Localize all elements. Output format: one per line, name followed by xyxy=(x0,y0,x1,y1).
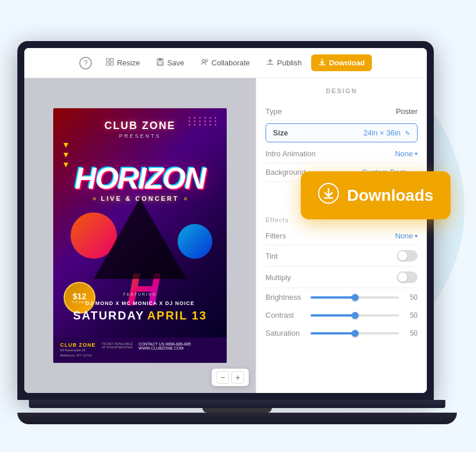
laptop: ? Resize xyxy=(17,41,457,435)
collaborate-button[interactable]: Collaborate xyxy=(194,54,257,71)
save-button[interactable]: Save xyxy=(149,54,191,71)
footer-address: 69 Newcastle Dr.Bellimore, NY 11710 xyxy=(60,348,96,358)
panel-contrast-row: Contrast 50 xyxy=(265,306,418,324)
screen-bezel: ? Resize xyxy=(17,41,434,400)
toolbar-center: ? Resize xyxy=(79,54,372,71)
svg-rect-1 xyxy=(106,58,109,61)
right-panel: DESIGN Type Poster Size 24in × 36in ✎ xyxy=(256,78,427,393)
svg-rect-6 xyxy=(158,58,162,61)
panel-saturation-row: Saturation 50 xyxy=(265,324,418,342)
toolbar: ? Resize xyxy=(24,48,427,78)
panel-saturation-value: 50 xyxy=(404,329,418,337)
panel-intro-label: Intro Animation xyxy=(265,149,316,158)
zoom-in-icon: + xyxy=(235,373,240,382)
svg-rect-4 xyxy=(110,63,113,65)
poster-saturday: SATURDAY APRIL 13 xyxy=(53,309,227,322)
poster-horizon-text: HORIZON xyxy=(53,163,227,193)
footer-contact: CONTACT US 8898-889-885WWW.CLUBZONE.COM xyxy=(139,342,191,350)
resize-icon xyxy=(106,58,114,68)
content-area: CLUB ZONE PRESENTS ▼▼▼ HORIZON » LIVE & xyxy=(24,78,427,393)
panel-size-label: Size xyxy=(273,128,288,137)
poster-triangle xyxy=(82,198,198,291)
panel-type-value: Poster xyxy=(396,107,418,116)
poster-april-text: APRIL 13 xyxy=(147,309,206,322)
edit-size-icon: ✎ xyxy=(405,130,410,137)
panel-multiply-row: Multiply xyxy=(265,267,418,288)
poster-title-area: CLUB ZONE PRESENTS xyxy=(53,120,227,139)
publish-icon xyxy=(266,58,274,68)
zoom-out-icon: − xyxy=(220,373,225,382)
panel-multiply-label: Multiply xyxy=(265,273,291,282)
zoom-controls: − + xyxy=(212,369,249,386)
panel-size-value: 24in × 36in ✎ xyxy=(363,128,410,137)
downloads-label: Downloads xyxy=(347,186,433,205)
panel-type-label: Type xyxy=(265,107,282,116)
save-icon xyxy=(156,58,164,68)
panel-contrast-label: Contrast xyxy=(265,311,306,319)
intro-chevron-icon: ▾ xyxy=(415,150,418,157)
zoom-in-button[interactable]: + xyxy=(231,371,244,384)
tint-toggle[interactable] xyxy=(397,250,418,262)
publish-button[interactable]: Publish xyxy=(259,54,309,71)
panel-tint-label: Tint xyxy=(265,252,278,260)
panel-filters-row: Filters None ▾ xyxy=(265,227,418,245)
panel-type-row: Type Poster xyxy=(265,102,418,121)
screen-inner: ? Resize xyxy=(24,48,427,393)
panel-filters-label: Filters xyxy=(265,231,286,240)
filters-chevron-icon: ▾ xyxy=(415,233,418,239)
contrast-slider[interactable] xyxy=(311,314,399,317)
footer-ticket-info: TICKET AVAILABLEAT EVENTMASTER xyxy=(102,342,133,349)
panel-tint-row: Tint xyxy=(265,245,418,267)
collaborate-icon xyxy=(201,58,209,68)
poster-saturday-text: SATURDAY xyxy=(73,309,145,322)
poster-horizon: HORIZON » LIVE & CONCERT « xyxy=(53,163,227,203)
download-icon xyxy=(318,58,326,68)
panel-saturation-label: Saturation xyxy=(265,329,306,337)
footer-club-name: CLUB ZONE xyxy=(60,342,96,348)
help-button[interactable]: ? xyxy=(79,57,92,69)
svg-point-9 xyxy=(205,60,208,62)
saturation-slider[interactable] xyxy=(311,332,399,335)
panel-filters-value[interactable]: None ▾ xyxy=(395,231,418,240)
poster-djs: DJ MOND X MC MONICA X DJ NOICE xyxy=(53,300,227,306)
panel-intro-row: Intro Animation None ▾ xyxy=(265,145,418,163)
panel-intro-value[interactable]: None ▾ xyxy=(395,149,418,158)
poster-footer: CLUB ZONE 69 Newcastle Dr.Bellimore, NY … xyxy=(53,337,227,363)
poster-club-name: CLUB ZONE xyxy=(53,120,227,132)
svg-rect-3 xyxy=(106,63,109,65)
poster-featuring: FEATURING xyxy=(53,292,227,296)
panel-bg-label: Background xyxy=(265,168,305,177)
panel-brightness-value: 50 xyxy=(404,293,418,302)
svg-point-8 xyxy=(202,60,205,63)
scene: Downloads ? xyxy=(0,0,476,452)
brightness-slider[interactable] xyxy=(311,296,399,299)
download-badge-icon xyxy=(318,183,339,208)
panel-brightness-row: Brightness 50 xyxy=(265,288,418,306)
canvas-area: CLUB ZONE PRESENTS ▼▼▼ HORIZON » LIVE & xyxy=(24,78,256,393)
resize-button[interactable]: Resize xyxy=(99,54,147,71)
downloads-badge: Downloads xyxy=(301,171,451,219)
svg-rect-7 xyxy=(158,63,163,65)
download-button[interactable]: Download xyxy=(311,54,372,71)
laptop-base xyxy=(17,400,457,435)
multiply-toggle[interactable] xyxy=(397,271,418,283)
svg-rect-2 xyxy=(110,58,113,61)
poster: CLUB ZONE PRESENTS ▼▼▼ HORIZON » LIVE & xyxy=(53,108,227,363)
panel-size-row[interactable]: Size 24in × 36in ✎ xyxy=(265,123,418,142)
panel-brightness-label: Brightness xyxy=(265,293,306,302)
zoom-out-button[interactable]: − xyxy=(216,371,229,384)
panel-contrast-value: 50 xyxy=(404,311,418,319)
poster-presents: PRESENTS xyxy=(53,133,227,139)
panel-section-title: DESIGN xyxy=(265,87,418,94)
